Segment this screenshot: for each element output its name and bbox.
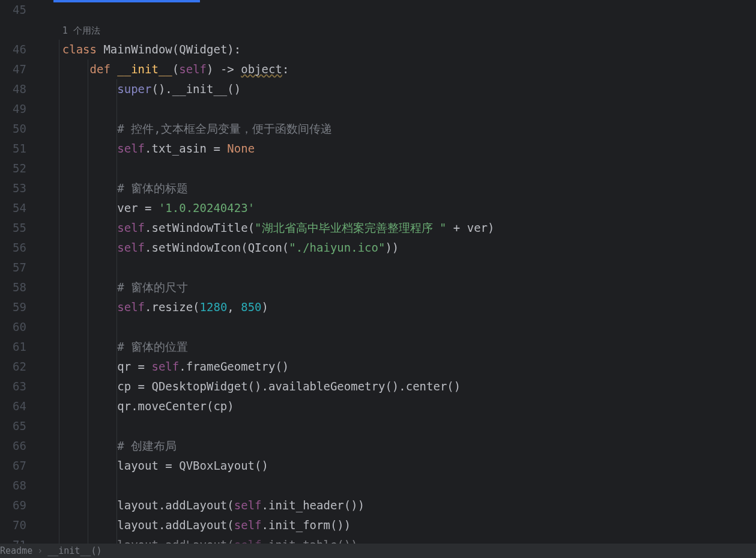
code-line[interactable]: self.setWindowTitle("湖北省高中毕业档案完善整理程序 " +… <box>35 218 756 238</box>
breadcrumb: Readme › __init__() <box>0 544 756 558</box>
code-line[interactable] <box>35 99 756 119</box>
line-number: 68 <box>0 476 26 496</box>
code-line[interactable] <box>35 476 756 496</box>
usage-hint[interactable]: 1 个用法 <box>35 20 756 40</box>
line-number: 69 <box>0 496 26 515</box>
line-number-gutter: 45 46 47 48 49 50 51 52 53 54 55 56 57 5… <box>0 0 35 544</box>
line-number: 49 <box>0 99 26 119</box>
line-number: 48 <box>0 79 26 99</box>
line-number: 65 <box>0 416 26 436</box>
code-line[interactable] <box>35 317 756 337</box>
line-number: 70 <box>0 515 26 535</box>
line-number: 50 <box>0 119 26 139</box>
code-line[interactable]: def __init__(self) -> object: <box>35 59 756 79</box>
code-editor[interactable]: 45 46 47 48 49 50 51 52 53 54 55 56 57 5… <box>0 0 756 544</box>
line-number: 58 <box>0 277 26 297</box>
code-line[interactable]: # 控件,文本框全局变量，便于函数间传递 <box>35 119 756 139</box>
code-line[interactable]: layout.addLayout(self.init_form()) <box>35 515 756 535</box>
code-line[interactable]: # 窗体的标题 <box>35 178 756 198</box>
code-line[interactable]: self.resize(1280, 850) <box>35 297 756 317</box>
line-number: 56 <box>0 238 26 258</box>
code-line[interactable]: # 创建布局 <box>35 436 756 456</box>
line-number: 54 <box>0 198 26 218</box>
line-number: 51 <box>0 139 26 159</box>
code-line[interactable] <box>35 416 756 436</box>
line-number: 63 <box>0 377 26 396</box>
breadcrumb-item[interactable]: Readme <box>0 544 32 558</box>
code-line[interactable]: self.setWindowIcon(QIcon("./haiyun.ico")… <box>35 238 756 258</box>
code-line[interactable] <box>35 159 756 178</box>
line-number: 45 <box>0 0 26 20</box>
code-line[interactable] <box>35 258 756 277</box>
code-line[interactable]: class MainWindow(QWidget): <box>35 40 756 59</box>
line-number: 55 <box>0 218 26 238</box>
line-number: 62 <box>0 357 26 377</box>
breadcrumb-item[interactable]: __init__() <box>47 544 101 558</box>
code-line[interactable] <box>35 0 756 20</box>
code-line[interactable]: cp = QDesktopWidget().availableGeometry(… <box>35 377 756 396</box>
line-number: 66 <box>0 436 26 456</box>
code-line[interactable]: layout = QVBoxLayout() <box>35 456 756 476</box>
code-content[interactable]: 1 个用法 class MainWindow(QWidget): def __i… <box>35 0 756 544</box>
chevron-right-icon: › <box>37 544 43 558</box>
line-number: 64 <box>0 396 26 416</box>
line-number: 61 <box>0 337 26 357</box>
code-line[interactable]: # 窗体的位置 <box>35 337 756 357</box>
line-number: 47 <box>0 59 26 79</box>
code-line[interactable]: qr.moveCenter(cp) <box>35 396 756 416</box>
code-line[interactable]: # 窗体的尺寸 <box>35 277 756 297</box>
code-line[interactable]: ver = '1.0.20240423' <box>35 198 756 218</box>
code-line[interactable]: qr = self.frameGeometry() <box>35 357 756 377</box>
line-number: 46 <box>0 40 26 59</box>
code-line[interactable]: self.txt_asin = None <box>35 139 756 159</box>
line-number: 59 <box>0 297 26 317</box>
code-line[interactable]: super().__init__() <box>35 79 756 99</box>
line-number: 60 <box>0 317 26 337</box>
line-number: 53 <box>0 178 26 198</box>
line-number <box>0 20 26 40</box>
line-number: 52 <box>0 159 26 178</box>
line-number: 57 <box>0 258 26 277</box>
code-line[interactable]: layout.addLayout(self.init_header()) <box>35 496 756 515</box>
line-number: 67 <box>0 456 26 476</box>
